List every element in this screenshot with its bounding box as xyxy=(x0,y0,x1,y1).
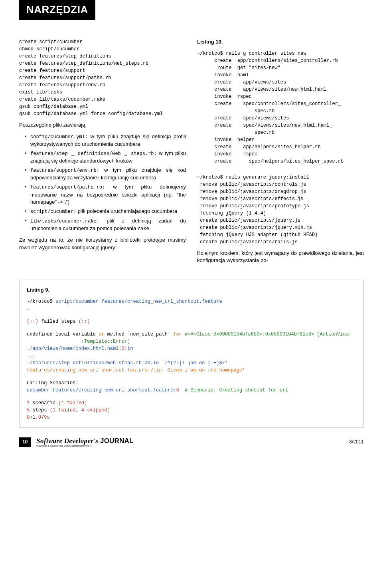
list-text: plik polecenia uruchamiającego cucumbera xyxy=(76,208,177,214)
code-fragment: cucumber features/creating_new_url_short… xyxy=(27,387,173,393)
code-fragment: in xyxy=(127,346,133,352)
paragraph-intro: Poszczególne pliki zawierają: xyxy=(19,121,186,129)
code-fragment: scenario xyxy=(30,400,58,406)
listing-9-error: undefined local variable or method `new_… xyxy=(27,331,356,374)
code-fragment: ~/krotco$ xyxy=(27,299,55,304)
code-fragment: script/cucumber features/creating_new_ur… xyxy=(55,299,222,304)
listing-10-label: Listing 10. xyxy=(197,38,364,46)
code-fragment: #<#<Class:0x00000104bfa680>:0x00000104bf… xyxy=(182,332,351,337)
listing-9-box: Listing 9. ~/krotco$ script/cucumber fea… xyxy=(19,280,364,428)
code-span: features/support/paths.rb: xyxy=(30,185,105,190)
logo-subtitle: new ideas & solutions for professional p… xyxy=(36,445,133,447)
code-fragment: (1 failed, 4 skipped) xyxy=(50,407,110,413)
listing-9-cmd: ~/krotco$ script/cucumber features/creat… xyxy=(27,298,356,312)
right-column: Listing 10. ~/krotco$ rails g controller… xyxy=(197,38,364,269)
code-span: features/support/env.rb: xyxy=(30,168,99,173)
code-span: lib/tasks/cucumber.rake: xyxy=(30,219,99,224)
page-number: 10 xyxy=(19,437,31,447)
list-item: script/cucumber: plik polecenia uruchami… xyxy=(25,208,186,215)
list-item: lib/tasks/cucumber.rake: plik z definicj… xyxy=(25,217,186,233)
page-footer: 10 Software Developer's JOURNAL new idea… xyxy=(19,437,364,447)
code-fragment: undefined local variable xyxy=(27,332,99,337)
listing-9-summary: 1 scenario (1 failed) 5 steps (1 failed,… xyxy=(27,399,356,421)
code-fragment: steps xyxy=(30,407,49,413)
code-fragment: (::) xyxy=(79,319,90,324)
code-fragment: (1 failed) xyxy=(58,400,87,406)
bullet-list: config/cucumber.yml: w tym pliku znajduj… xyxy=(19,133,186,233)
code-span: config/cucumber.yml: xyxy=(30,134,88,140)
list-item: config/cucumber.yml: w tym pliku znajduj… xyxy=(25,133,186,148)
logo-line1: Software Developer's xyxy=(36,437,98,445)
paragraph-next-step: Kolejnym krokiem, który jest wymagany do… xyxy=(197,250,364,265)
code-fragment: # Scenario: Creating shotcut for url xyxy=(182,387,288,393)
list-item: features/support/paths.rb: w tym pliku d… xyxy=(25,183,186,206)
issue-number: 3/2011 xyxy=(349,439,364,445)
code-fragment: :Template::Error) xyxy=(27,339,130,344)
paragraph-jquery-note: Ze względu na to, że nie korzystamy z bi… xyxy=(19,236,186,252)
left-column: create script/cucumber chmod script/cucu… xyxy=(19,38,186,269)
code-span: features/step _ definitions/web _ steps.… xyxy=(30,151,157,157)
code-fragment: (::) xyxy=(27,319,38,324)
code-fragment: :6 xyxy=(173,387,179,393)
code-block-cucumber-install: create script/cucumber chmod script/cucu… xyxy=(19,38,186,117)
code-block-jquery-install: ~/krotco$ rails generare jquery:install … xyxy=(197,174,364,246)
code-fragment: ... xyxy=(27,353,36,359)
listing-9-label: Listing 9. xyxy=(27,286,356,294)
code-fragment: Failing Scenarios: xyxy=(27,380,79,386)
code-fragment: features/creating_new_url_shortcut.featu… xyxy=(27,368,245,373)
list-item: features/step _ definitions/web _ steps.… xyxy=(25,150,186,165)
code-fragment: ./app/views/home/index.html.haml xyxy=(27,346,118,352)
code-fragment: :3: xyxy=(118,346,127,352)
magazine-logo: Software Developer's JOURNAL new ideas &… xyxy=(36,437,133,447)
code-span: script/cucumber: xyxy=(30,209,76,215)
listing-9-failing-scenarios: Failing Scenarios: cucumber features/cre… xyxy=(27,379,356,394)
code-fragment: or xyxy=(99,332,104,337)
list-item: features/support/env.rb: w tym pliku zna… xyxy=(25,167,186,182)
chapter-header: NARZĘDZIA xyxy=(19,0,95,20)
code-fragment: failed steps xyxy=(38,319,79,324)
code-fragment: method `new_site_path' xyxy=(104,332,173,337)
code-fragment: for xyxy=(173,332,182,337)
code-span: rake xyxy=(138,226,149,232)
code-fragment: … xyxy=(27,306,30,312)
logo-line2: JOURNAL xyxy=(98,437,134,445)
listing-9-failed-header: (::) failed steps (::) xyxy=(27,318,356,325)
listing-10-code: ~/krotco$ rails g controller sites new c… xyxy=(197,50,364,165)
code-fragment: .079s xyxy=(36,415,50,420)
code-fragment: ./features/step_definitions/web_steps.rb… xyxy=(27,360,228,366)
code-fragment: m1 xyxy=(30,415,35,420)
